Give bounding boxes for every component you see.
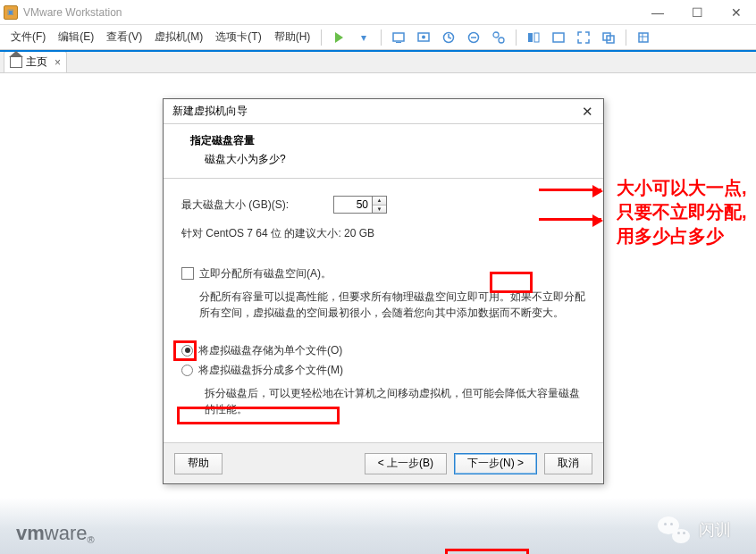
- menu-edit[interactable]: 编辑(E): [53, 26, 99, 48]
- annotation-arrow-1: [539, 189, 601, 191]
- svg-point-6: [493, 32, 499, 38]
- close-button[interactable]: ✕: [717, 0, 756, 25]
- snapshot2-icon[interactable]: [463, 27, 484, 48]
- radio-split-files-label: 将虚拟磁盘拆分成多个文件(M): [198, 363, 343, 378]
- menu-help[interactable]: 帮助(H): [269, 26, 316, 48]
- menu-bar: 文件(F) 编辑(E) 查看(V) 虚拟机(M) 选项卡(T) 帮助(H) ▾: [0, 25, 756, 50]
- unity-icon[interactable]: [598, 27, 619, 48]
- tab-bar: 主页 ×: [0, 50, 756, 73]
- snapshot-mgr-icon[interactable]: [488, 27, 509, 48]
- separator: [381, 29, 382, 46]
- annotation-text: 大小可以大一点, 只要不立即分配, 用多少占多少: [617, 176, 747, 248]
- watermark-text: 闪训: [699, 519, 731, 541]
- maximize-button[interactable]: ☐: [677, 0, 717, 25]
- radio-single-file[interactable]: [181, 345, 193, 357]
- brand-footer: vmware®: [0, 491, 756, 554]
- disk-size-input[interactable]: [333, 196, 373, 214]
- svg-rect-1: [396, 42, 401, 43]
- layout1-icon[interactable]: [523, 27, 544, 48]
- new-vm-wizard-dialog: 新建虚拟机向导 ✕ 指定磁盘容量 磁盘大小为多少? 最大磁盘大小 (GB)(S)…: [163, 98, 604, 484]
- snapshot1-icon[interactable]: [438, 27, 459, 48]
- svg-point-7: [499, 38, 504, 43]
- svg-point-3: [422, 35, 425, 38]
- dialog-titlebar: 新建虚拟机向导 ✕: [164, 99, 603, 124]
- play-icon[interactable]: [328, 27, 349, 48]
- layout2-icon[interactable]: [548, 27, 569, 48]
- home-icon: [10, 57, 22, 68]
- radio-single-file-row[interactable]: 将虚拟磁盘存储为单个文件(O): [181, 340, 585, 360]
- menu-view[interactable]: 查看(V): [101, 26, 147, 48]
- dialog-close-button[interactable]: ✕: [575, 101, 600, 122]
- watermark: 闪训: [658, 516, 731, 543]
- spinner-down-icon[interactable]: ▼: [373, 206, 386, 214]
- dialog-title: 新建虚拟机向导: [172, 104, 575, 119]
- allocate-now-label: 立即分配所有磁盘空间(A)。: [199, 266, 332, 281]
- brand-prefix: vm: [16, 522, 45, 545]
- brand-suffix: ware: [45, 522, 88, 545]
- dialog-footer: 帮助 < 上一步(B) 下一步(N) > 取消: [164, 442, 603, 483]
- svg-rect-8: [528, 33, 533, 42]
- window-title: VMware Workstation: [23, 6, 638, 19]
- svg-rect-0: [393, 33, 404, 41]
- disk-size-label: 最大磁盘大小 (GB)(S):: [181, 197, 298, 213]
- fullscreen-icon[interactable]: [573, 27, 594, 48]
- wechat-icon: [658, 516, 690, 543]
- tab-home[interactable]: 主页 ×: [4, 51, 67, 72]
- separator: [626, 29, 626, 46]
- allocate-now-desc: 分配所有容量可以提高性能，但要求所有物理磁盘空间立即可用。如果不立即分配所有空间…: [199, 289, 585, 321]
- annotation-line-2: 只要不立即分配,: [617, 200, 747, 224]
- dialog-heading: 指定磁盘容量: [190, 133, 585, 148]
- dialog-body: 最大磁盘大小 (GB)(S): ▲ ▼ 针对 CentOS 7 64 位 的建议…: [164, 179, 603, 424]
- menu-file[interactable]: 文件(F): [5, 26, 51, 48]
- svg-rect-13: [639, 33, 648, 42]
- monitor2-icon[interactable]: [413, 27, 434, 48]
- radio-split-files[interactable]: [181, 365, 193, 376]
- window-controls: — ☐ ✕: [638, 0, 756, 25]
- help-button[interactable]: 帮助: [174, 453, 223, 474]
- allocate-now-row[interactable]: 立即分配所有磁盘空间(A)。: [181, 266, 585, 281]
- cancel-button[interactable]: 取消: [544, 453, 592, 474]
- app-icon: ▣: [4, 5, 18, 20]
- monitor1-icon[interactable]: [388, 27, 409, 48]
- menu-vm[interactable]: 虚拟机(M): [149, 26, 208, 48]
- tab-home-label: 主页: [26, 55, 47, 70]
- svg-rect-10: [553, 33, 564, 42]
- radio-split-files-row[interactable]: 将虚拟磁盘拆分成多个文件(M): [181, 360, 585, 380]
- back-button[interactable]: < 上一步(B): [365, 453, 447, 474]
- annotation-line-1: 大小可以大一点,: [617, 176, 747, 200]
- svg-rect-9: [534, 33, 539, 42]
- dialog-subheading: 磁盘大小为多少?: [190, 152, 585, 167]
- disk-file-radio-group: 将虚拟磁盘存储为单个文件(O) 将虚拟磁盘拆分成多个文件(M) 拆分磁盘后，可以…: [181, 340, 585, 417]
- recommended-size-text: 针对 CentOS 7 64 位 的建议大小: 20 GB: [181, 223, 585, 243]
- separator: [516, 29, 517, 46]
- toolbar-dropdown-icon[interactable]: ▾: [353, 27, 374, 48]
- allocate-now-checkbox[interactable]: [181, 267, 194, 280]
- split-files-desc: 拆分磁盘后，可以更轻松地在计算机之间移动虚拟机，但可能会降低大容量磁盘的性能。: [205, 385, 585, 417]
- dialog-header: 指定磁盘容量 磁盘大小为多少?: [164, 124, 603, 179]
- tab-close-icon[interactable]: ×: [55, 56, 61, 69]
- next-button[interactable]: 下一步(N) >: [454, 453, 537, 474]
- disk-size-spinner[interactable]: ▲ ▼: [373, 196, 387, 214]
- annotation-arrow-2: [539, 218, 601, 221]
- menu-tabs[interactable]: 选项卡(T): [210, 26, 266, 48]
- library-icon[interactable]: [633, 27, 654, 48]
- window-titlebar: ▣ VMware Workstation — ☐ ✕: [0, 0, 756, 25]
- radio-single-file-label: 将虚拟磁盘存储为单个文件(O): [198, 343, 342, 358]
- annotation-line-3: 用多少占多少: [617, 224, 747, 248]
- spinner-up-icon[interactable]: ▲: [373, 197, 386, 206]
- separator: [321, 29, 322, 46]
- minimize-button[interactable]: —: [638, 0, 677, 25]
- disk-size-row: 最大磁盘大小 (GB)(S): ▲ ▼: [181, 195, 585, 214]
